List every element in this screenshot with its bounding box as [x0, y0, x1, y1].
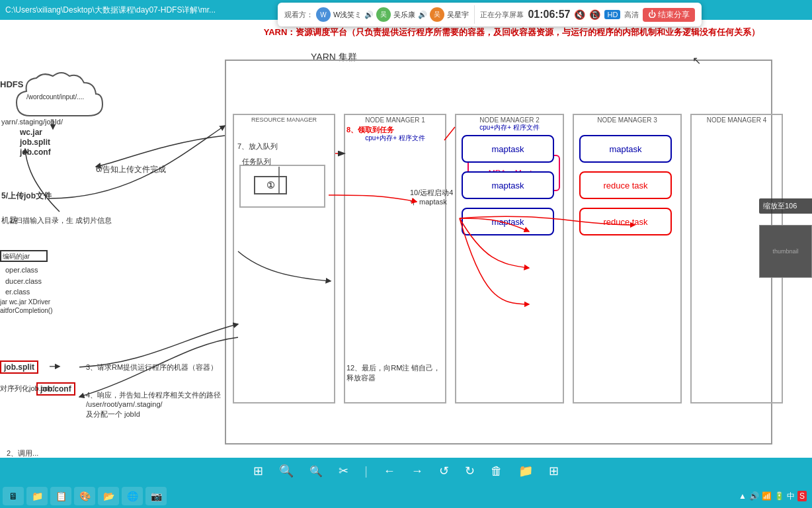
- nm1-label: NODE MANAGER 1: [345, 115, 445, 125]
- maptask-nm2-3: maptask: [462, 208, 554, 235]
- reducetask-nm3-1: reduce task: [579, 171, 672, 199]
- step5-label: 5/上传job文件: [1, 190, 52, 202]
- redo-icon[interactable]: ↻: [465, 464, 475, 478]
- share-label: 正在分享屏幕: [480, 10, 524, 20]
- taskbar-browser[interactable]: 🌐: [122, 487, 143, 505]
- viewer2-avatar: 吴: [376, 7, 391, 22]
- floating-share-bar: 观看方： W W浅笑ミ 🔊 吴 吴乐康 🔊 吴 吴星宇 正在分享屏幕 01:06…: [278, 3, 702, 26]
- jobsplit-highlighted-box: job.split: [0, 360, 38, 374]
- main-canvas: YARN：资源调度平台（只负责提供运行程序所需要的容器，及回收容器资源，与运行的…: [0, 20, 812, 458]
- serialize-label: 对序列化job.conf: [0, 384, 55, 394]
- yarn-staging-path: yarn/.staging/jobId/: [1, 118, 63, 126]
- thumbnail-panel: thumbnail: [759, 225, 812, 278]
- node-manager-1-box: NODE MANAGER 1 8、领取到任务 cpu+内存+ 程序文件 MRAp…: [344, 114, 446, 403]
- zoom-out-icon[interactable]: 🔍: [309, 465, 323, 478]
- end-share-button[interactable]: ⏻ 结束分享: [643, 8, 695, 22]
- nm4-label: NODE MANAGER 4: [692, 115, 782, 125]
- taskbar-paint[interactable]: 🎨: [74, 487, 95, 505]
- bottom-toolbar: ⊞ 🔍 🔍 ✂ | ← → ↺ ↻ 🗑 📁 ⊞: [0, 458, 812, 484]
- zoom-hint-box: 缩放至106: [759, 198, 812, 214]
- tray-icon1[interactable]: 🔊: [749, 491, 759, 501]
- cpu-mem-nm2: cpu+内存+ 程序文件: [456, 123, 563, 132]
- ime-label[interactable]: 中: [787, 491, 795, 502]
- queue-num: ①: [254, 176, 287, 194]
- cloud-svg: /wordcount/input/....: [10, 66, 109, 126]
- files-list: oper.class ducer.class er.class: [5, 265, 42, 298]
- delete-icon[interactable]: 🗑: [491, 464, 503, 478]
- step3-label: 3、请求RM提供运行程序的机器（容器）: [86, 362, 218, 372]
- job-split-hdfs-label: job.split: [20, 138, 50, 147]
- svg-text:/wordcount/input/....: /wordcount/input/....: [26, 93, 84, 101]
- step1-label: 1/扫描输入目录，生 成切片信息: [9, 216, 112, 225]
- file-ducer: ducer.class: [5, 276, 42, 287]
- viewer2-name: 吴乐康: [393, 10, 415, 20]
- file-oper: oper.class: [5, 265, 42, 276]
- cursor-icon: ↖: [692, 54, 701, 67]
- taskbar-media[interactable]: 📷: [145, 487, 167, 505]
- queue-label: 任务队列: [242, 157, 271, 167]
- hd-badge: HD: [604, 10, 620, 19]
- timer: 01:06:57: [528, 9, 570, 21]
- viewer1-name: W浅笑ミ: [333, 10, 362, 20]
- camera-icon[interactable]: 📵: [589, 9, 600, 20]
- taskbar-files2[interactable]: 📋: [50, 487, 71, 505]
- power-icon: ⏻: [648, 10, 656, 19]
- maptask-nm2-2: maptask: [462, 171, 554, 199]
- mute-icon[interactable]: 🔇: [574, 9, 585, 20]
- taskbar-explorer[interactable]: 📂: [98, 487, 119, 505]
- jar-box: 编码的jar: [0, 250, 48, 262]
- maptask-nm2-1: maptask: [462, 135, 554, 163]
- step10-label: 10/远程启动4个 maptask: [410, 188, 456, 207]
- nm3-label: NODE MANAGER 3: [574, 115, 680, 125]
- share-status: 正在分享屏幕 01:06:57 🔇 📵 HD 高清 ⏻ 结束分享: [480, 8, 695, 22]
- taskbar-desktop[interactable]: 🖥: [3, 487, 24, 505]
- zoom-in-icon[interactable]: 🔍: [279, 464, 294, 478]
- job-conf-hdfs-label: job.conf: [20, 148, 51, 157]
- wc-jar-label: wc.jar: [20, 128, 42, 137]
- cpu-mem-nm1: cpu+内存+ 程序文件: [345, 134, 445, 143]
- file-er: er.class: [5, 286, 42, 298]
- grid-icon[interactable]: ⊞: [253, 464, 263, 478]
- tray-icon2[interactable]: 📶: [762, 491, 772, 501]
- viewer1-avatar: W: [316, 7, 331, 22]
- step2-label: 2、调用...: [7, 448, 38, 458]
- taskbar: 🖥 📁 📋 🎨 📂 🌐 📷 ▲ 🔊 📶 🔋 中 S: [0, 484, 812, 508]
- yarn-description-label: YARN：资源调度平台（只负责提供运行程序所需要的容器，及回收容器资源，与运行的…: [212, 26, 812, 38]
- step6-label: 6/告知上传文件完成: [96, 164, 166, 175]
- queue-box: 任务队列 ①: [239, 165, 325, 208]
- resource-manager-box: RESOURCE MANAGER 7、放入队列 任务队列 ①: [233, 114, 335, 403]
- step12-label: 12、最后，向RM注 销自己，释放容器: [346, 363, 445, 382]
- main-diagram-box: RESOURCE MANAGER 7、放入队列 任务队列 ① NODE MANA…: [225, 60, 772, 444]
- hd-label: 高清: [624, 10, 639, 20]
- folder-icon[interactable]: 📁: [518, 464, 533, 478]
- prev-icon[interactable]: ←: [384, 464, 395, 478]
- viewer3-name: 吴星宇: [447, 10, 469, 20]
- divider: |: [364, 464, 368, 478]
- wc-jar-cmd: jar wc.jar XDriveraitforCompletion(): [0, 298, 52, 315]
- sogou-tray[interactable]: S: [797, 491, 807, 501]
- viewers-label: 观看方：: [284, 10, 313, 20]
- scissors-icon[interactable]: ✂: [339, 464, 348, 478]
- taskbar-right-tray: ▲ 🔊 📶 🔋 中 S: [733, 484, 812, 508]
- filepath: C:\Users\xiliang\Desktop\大数据课程\day07-HDF…: [5, 5, 216, 16]
- step4-label: 4、响应，并告知上传程序相关文件的路径 /user/root/yarn/.sta…: [86, 390, 221, 419]
- next-icon[interactable]: →: [411, 464, 423, 478]
- taskbar-files1[interactable]: 📁: [26, 487, 48, 505]
- undo-icon[interactable]: ↺: [439, 464, 449, 478]
- viewer3-avatar: 吴: [430, 7, 444, 22]
- tray-arrow[interactable]: ▲: [739, 491, 747, 501]
- reducetask-nm3-2: reduce task: [579, 208, 672, 235]
- node-manager-3-box: NODE MANAGER 3 maptask reduce task reduc…: [573, 114, 682, 403]
- tray-icon3[interactable]: 🔋: [774, 491, 784, 501]
- step7-label: 7、放入队列: [237, 142, 278, 151]
- rm-label: RESOURCE MANAGER: [234, 115, 334, 124]
- expand-icon[interactable]: ⊞: [549, 464, 559, 478]
- node-manager-2-box: NODE MANAGER 2 cpu+内存+ 程序文件 10/远程启动4个 ma…: [455, 114, 564, 403]
- maptask-nm3: maptask: [579, 135, 672, 163]
- viewers-section: 观看方： W W浅笑ミ 🔊 吴 吴乐康 🔊 吴 吴星宇: [284, 7, 469, 22]
